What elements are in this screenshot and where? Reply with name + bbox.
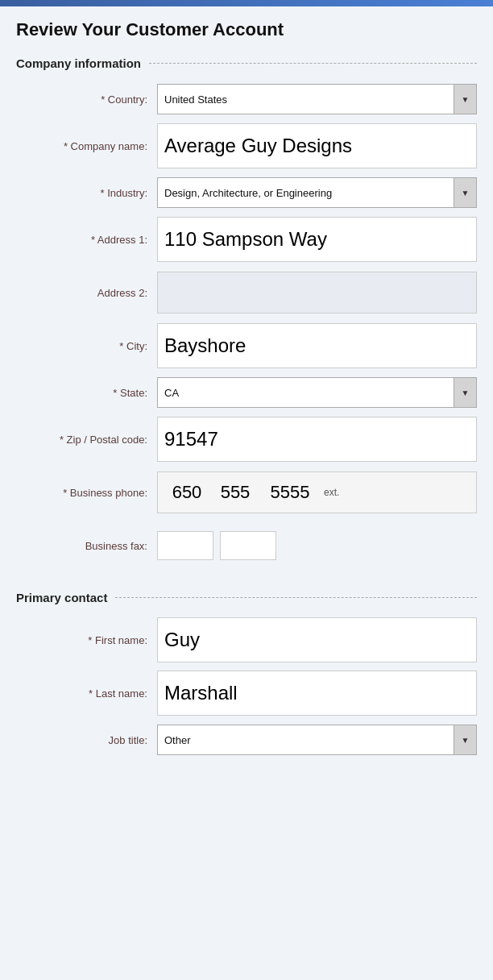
primary-contact-divider	[115, 597, 477, 598]
company-info-label: Company information	[16, 56, 149, 70]
address1-input[interactable]	[157, 217, 477, 262]
address2-row: Address 2:	[16, 267, 477, 318]
zip-input[interactable]	[157, 417, 477, 462]
zip-row: * Zip / Postal code:	[16, 413, 477, 465]
phone-line-input[interactable]	[261, 482, 319, 503]
fax-area-input[interactable]	[157, 531, 213, 560]
company-name-input[interactable]	[157, 123, 477, 168]
city-label: * City:	[16, 340, 157, 352]
business-phone-label: * Business phone:	[16, 487, 157, 499]
phone-prefix-input[interactable]	[213, 482, 258, 503]
job-title-label: Job title:	[16, 734, 157, 746]
country-label: * Country:	[16, 93, 157, 106]
phone-field-group: ext.	[157, 471, 477, 513]
country-row: * Country: United States Canada United K…	[16, 80, 477, 118]
business-fax-label: Business fax:	[16, 540, 157, 552]
business-phone-row: * Business phone: ext.	[16, 467, 477, 518]
primary-contact-section: Primary contact * First name: * Last nam…	[16, 591, 477, 759]
city-input[interactable]	[157, 323, 477, 368]
phone-area-input[interactable]	[164, 482, 209, 503]
last-name-input[interactable]	[157, 671, 477, 716]
phone-ext-label: ext.	[324, 487, 339, 498]
company-info-divider	[149, 63, 477, 64]
address1-row: * Address 1:	[16, 214, 477, 265]
first-name-row: * First name:	[16, 614, 477, 666]
address2-field[interactable]	[157, 272, 477, 314]
top-bar	[0, 0, 493, 6]
country-select-wrapper[interactable]: United States Canada United Kingdom Aust…	[157, 84, 477, 114]
state-select-wrapper[interactable]: CA NY TX FL WA ▼	[157, 377, 477, 408]
fax-prefix-input[interactable]	[220, 531, 276, 560]
state-row: * State: CA NY TX FL WA ▼	[16, 373, 477, 412]
company-name-row: * Company name:	[16, 120, 477, 172]
industry-select-wrapper[interactable]: Design, Architecture, or Engineering Tec…	[157, 177, 477, 208]
country-select[interactable]: United States Canada United Kingdom Aust…	[158, 89, 476, 110]
company-info-section: Company information * Country: United St…	[16, 56, 477, 571]
primary-contact-label: Primary contact	[16, 591, 115, 604]
city-row: * City:	[16, 320, 477, 372]
business-fax-row: Business fax:	[16, 520, 477, 571]
industry-select[interactable]: Design, Architecture, or Engineering Tec…	[158, 182, 476, 204]
zip-label: * Zip / Postal code:	[16, 434, 157, 446]
state-label: * State:	[16, 387, 157, 399]
job-title-select-wrapper[interactable]: Other Manager Director Executive Develop…	[157, 725, 477, 755]
last-name-row: * Last name:	[16, 667, 477, 719]
primary-contact-header: Primary contact	[16, 591, 477, 604]
page-title: Review Your Customer Account	[16, 19, 477, 40]
first-name-label: * First name:	[16, 634, 157, 646]
address2-label: Address 2:	[16, 287, 157, 299]
company-name-label: * Company name:	[16, 140, 157, 152]
phone-ext-input[interactable]	[342, 487, 383, 499]
first-name-input[interactable]	[157, 617, 477, 662]
address1-label: * Address 1:	[16, 234, 157, 246]
job-title-row: Job title: Other Manager Director Execut…	[16, 720, 477, 759]
industry-row: * Industry: Design, Architecture, or Eng…	[16, 173, 477, 212]
state-select[interactable]: CA NY TX FL WA	[158, 382, 476, 404]
fax-field-group	[157, 531, 477, 560]
job-title-select[interactable]: Other Manager Director Executive Develop…	[158, 729, 476, 751]
last-name-label: * Last name:	[16, 687, 157, 700]
company-info-header: Company information	[16, 56, 477, 70]
industry-label: * Industry:	[16, 187, 157, 199]
